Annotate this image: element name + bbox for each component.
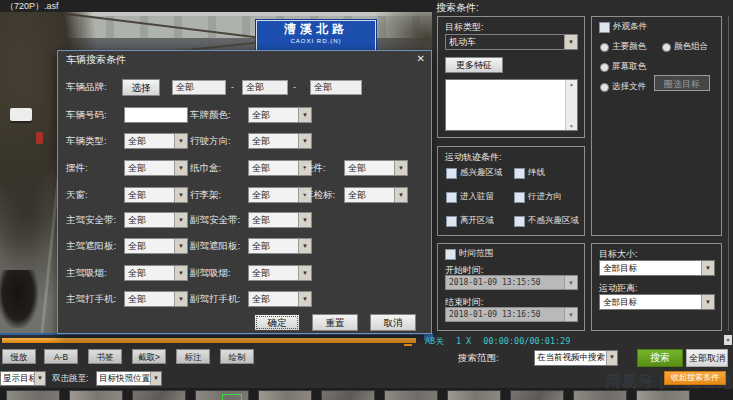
road-sign-chinese: 漕溪北路 bbox=[257, 21, 375, 38]
appearance-radio[interactable]: 选择文件 bbox=[600, 81, 646, 93]
toolbar-button[interactable]: 标注 bbox=[176, 349, 210, 364]
time-range-checkbox[interactable]: 时间范围 bbox=[445, 248, 493, 260]
target-size-select[interactable]: 全部目标 ▼ bbox=[599, 260, 715, 276]
ok-button[interactable]: 确定 bbox=[254, 314, 300, 331]
radio-icon[interactable] bbox=[600, 43, 609, 52]
toolbar-button[interactable]: 书签 bbox=[88, 349, 122, 364]
result-thumbnail[interactable] bbox=[6, 390, 60, 400]
checkbox-icon[interactable] bbox=[446, 216, 457, 227]
chevron-down-icon: ▼ bbox=[174, 239, 187, 253]
dialog-field-row: 主驾打手机:全部▼副驾打手机:全部▼ bbox=[58, 291, 431, 308]
checkbox-icon[interactable] bbox=[445, 249, 456, 260]
checkbox-icon[interactable] bbox=[514, 216, 525, 227]
toolbar-button[interactable]: 绘制 bbox=[220, 349, 254, 364]
listbox-scrollbar[interactable]: ▲ ▼ bbox=[565, 80, 577, 130]
field-select[interactable]: 全部▼ bbox=[124, 291, 188, 307]
toolbar-button[interactable]: 截取> bbox=[132, 349, 166, 364]
brand-box-1[interactable]: 全部 bbox=[172, 80, 226, 95]
close-icon[interactable]: ✕ bbox=[417, 53, 425, 65]
target-type-select[interactable]: 机动车 ▼ bbox=[445, 34, 578, 50]
field-select[interactable]: 全部▼ bbox=[344, 160, 408, 176]
cancel-button[interactable]: 取消 bbox=[370, 314, 416, 331]
field-label: 车辆号码: bbox=[66, 107, 107, 123]
brand-row: 车辆品牌: 选择 全部 - 全部 - 全部 bbox=[58, 79, 431, 97]
radio-icon[interactable] bbox=[600, 83, 609, 92]
select-value: 全部 bbox=[128, 162, 146, 174]
field-select[interactable]: 全部▼ bbox=[248, 265, 312, 281]
appearance-radio[interactable]: 主要颜色 bbox=[600, 41, 646, 53]
field-select[interactable]: 全部▼ bbox=[124, 187, 188, 203]
cancel-all-button[interactable]: 全部取消 bbox=[686, 349, 728, 367]
appearance-group: 外观条件 主要颜色颜色组合屏幕取色选择文件 圈选目标 bbox=[591, 16, 722, 236]
checkbox-icon[interactable] bbox=[599, 22, 610, 33]
brand-box-2[interactable]: 全部 bbox=[242, 80, 288, 95]
result-thumbnail[interactable] bbox=[132, 390, 186, 400]
search-scope-select[interactable]: 在当前视频中搜索 ▼ bbox=[534, 350, 618, 366]
result-thumbnail[interactable] bbox=[636, 390, 690, 400]
result-thumbnail[interactable] bbox=[321, 390, 375, 400]
feature-listbox[interactable]: ▲ ▼ bbox=[445, 79, 578, 131]
checkbox-label: 不感兴趣区域 bbox=[528, 215, 579, 227]
radio-icon[interactable] bbox=[662, 43, 671, 52]
display-target-select[interactable]: 显示目标 ▼ bbox=[0, 371, 46, 386]
field-select[interactable]: 全部▼ bbox=[124, 238, 188, 254]
appearance-radio[interactable]: 颜色组合 bbox=[662, 41, 708, 53]
checkbox-icon[interactable] bbox=[514, 168, 525, 179]
result-thumbnail[interactable] bbox=[195, 390, 249, 400]
field-select[interactable]: 全部▼ bbox=[124, 133, 188, 149]
field-select[interactable]: 全部▼ bbox=[124, 265, 188, 281]
toolbar-button[interactable]: 慢放 bbox=[2, 349, 36, 364]
motion-distance-select[interactable]: 全部目标 ▼ bbox=[599, 294, 715, 310]
field-select[interactable]: 全部▼ bbox=[248, 133, 312, 149]
result-thumbnail[interactable] bbox=[447, 390, 501, 400]
trajectory-checkbox[interactable]: 离开区域 bbox=[446, 215, 494, 227]
reset-button[interactable]: 重置 bbox=[312, 314, 358, 331]
trajectory-checkbox[interactable]: 行进方向 bbox=[514, 191, 562, 203]
circle-target-button[interactable]: 圈选目标 bbox=[654, 75, 710, 91]
scroll-down-icon[interactable]: ▼ bbox=[566, 122, 577, 130]
trajectory-checkbox[interactable]: 进入驻留 bbox=[446, 191, 494, 203]
checkbox-label: 感兴趣区域 bbox=[460, 167, 503, 179]
toolbar-button[interactable]: A-B bbox=[44, 349, 78, 364]
trajectory-checkbox[interactable]: 不感兴趣区域 bbox=[514, 215, 579, 227]
field-select[interactable]: 全部▼ bbox=[248, 291, 312, 307]
appearance-checkbox[interactable]: 外观条件 bbox=[599, 21, 647, 33]
field-select[interactable]: 全部▼ bbox=[248, 187, 312, 203]
jump-target-select[interactable]: 目标快照位置 ▼ bbox=[96, 371, 162, 386]
field-select[interactable]: 全部▼ bbox=[248, 238, 312, 254]
field-label: 主驾打手机: bbox=[66, 291, 116, 307]
appearance-radio[interactable]: 屏幕取色 bbox=[600, 61, 646, 73]
trajectory-checkbox[interactable]: 感兴趣区域 bbox=[446, 167, 503, 179]
vehicle-number-input[interactable] bbox=[124, 107, 188, 123]
radio-icon[interactable] bbox=[600, 63, 609, 72]
result-thumbnail[interactable] bbox=[573, 390, 627, 400]
chevron-down-icon: ▼ bbox=[34, 372, 45, 385]
field-select[interactable]: 全部▼ bbox=[248, 160, 312, 176]
result-thumbnail[interactable] bbox=[258, 390, 312, 400]
more-features-button[interactable]: 更多特征 bbox=[445, 57, 503, 73]
field-select[interactable]: 全部▼ bbox=[248, 212, 312, 228]
field-select[interactable]: 全部▼ bbox=[124, 160, 188, 176]
checkbox-icon[interactable] bbox=[446, 168, 457, 179]
result-thumbnail[interactable] bbox=[384, 390, 438, 400]
brand-box-3[interactable]: 全部 bbox=[310, 80, 362, 95]
scroll-up-icon[interactable]: ▲ bbox=[566, 80, 577, 88]
search-conditions-header: 搜索条件: bbox=[436, 1, 479, 15]
radio-label: 主要颜色 bbox=[612, 41, 646, 53]
field-select[interactable]: 全部▼ bbox=[124, 212, 188, 228]
field-select[interactable]: 全部▼ bbox=[344, 187, 408, 203]
checkbox-label: 绊线 bbox=[528, 167, 545, 179]
scroll-up-icon[interactable]: ▲ bbox=[724, 335, 732, 345]
result-thumbnail[interactable] bbox=[69, 390, 123, 400]
field-label: 行李架: bbox=[190, 187, 221, 203]
trajectory-checkbox[interactable]: 绊线 bbox=[514, 167, 545, 179]
select-value: 全部 bbox=[252, 240, 270, 252]
collapse-conditions-button[interactable]: 收起搜索条件 bbox=[664, 371, 726, 385]
playback-progress-bar[interactable] bbox=[2, 338, 416, 343]
brand-select-button[interactable]: 选择 bbox=[122, 79, 160, 96]
search-button[interactable]: 搜索 bbox=[637, 349, 683, 367]
result-thumbnail[interactable] bbox=[510, 390, 564, 400]
checkbox-icon[interactable] bbox=[446, 192, 457, 203]
field-select[interactable]: 全部▼ bbox=[248, 107, 312, 123]
checkbox-icon[interactable] bbox=[514, 192, 525, 203]
